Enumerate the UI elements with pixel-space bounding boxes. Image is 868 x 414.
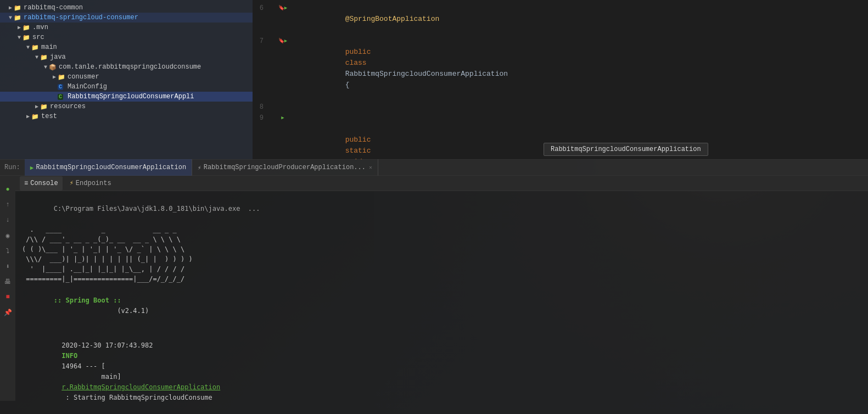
folder-icon: 📁 — [31, 44, 39, 51]
java-class-icon: C — [58, 84, 63, 90]
line-content: public class RabbitmqSpringcloudConsumer… — [294, 36, 868, 102]
tree-arrow: ▼ — [35, 54, 38, 60]
close-tab-button[interactable]: ✕ — [369, 164, 372, 171]
tooltip-text: RabbitmqSpringcloudConsumerApplication — [551, 146, 701, 153]
line-number: 8 — [253, 102, 272, 113]
line-gutter: ▶ — [272, 113, 294, 124]
import-button[interactable]: ⬇ — [2, 261, 13, 272]
class-name: RabbitmqSpringcloudConsumerApplication — [345, 70, 512, 78]
run-icon[interactable]: ▶ — [284, 36, 287, 47]
tree-item-mvn[interactable]: ▶ 📁 .mvn — [0, 23, 253, 32]
tree-item-main[interactable]: ▼ 📁 main — [0, 42, 253, 52]
tree-arrow: ▼ — [44, 64, 47, 70]
ascii-line-1: . ____ _ __ _ _ — [22, 225, 864, 234]
tree-label: com.tanle.rabbitmqspringcloudconsume — [59, 63, 201, 71]
keyword-class: class — [345, 59, 371, 67]
line-number: 9 — [253, 113, 272, 124]
tree-item-package[interactable]: ▼ 📦 com.tanle.rabbitmqspringcloudconsume — [0, 62, 253, 72]
console-cmd-line: C:\Program Files\Java\jdk1.8.0_181\bin\j… — [22, 193, 864, 225]
cmd-text: C:\Program Files\Java\jdk1.8.0_181\bin\j… — [54, 205, 260, 212]
tree-item-mainconfig[interactable]: ▶ C MainConfig — [0, 82, 253, 92]
run-tab-label: RabbitmqSpringcloudConsumerApplication — [36, 164, 186, 171]
tree-label: resources — [50, 103, 86, 110]
side-icons-panel: ● ↑ ↓ ◉ ⤵ ⬇ 🖶 ■ 📌 — [0, 181, 15, 401]
version-label: (v2.4.1) — [54, 307, 149, 315]
log-level: INFO — [61, 352, 81, 360]
scroll-up-button[interactable]: ↑ — [2, 199, 13, 210]
indent-space — [345, 125, 362, 133]
ascii-line-6: =========|_|===============|___/=/_/_/_/ — [22, 274, 864, 284]
tree-item-rabbitmq-common[interactable]: ▶ 📁 rabbitmq-common — [0, 3, 253, 13]
line-number: 6 — [253, 3, 272, 14]
package-icon: 📦 — [49, 64, 57, 71]
keyword-static: static — [345, 147, 376, 155]
tree-label: conusmer — [68, 73, 99, 81]
tree-item-resources[interactable]: ▶ 📁 resources — [0, 102, 253, 111]
ascii-line-3: ( ( )\___ | '_ | '_| | '_ \/ _` | \ \ \ … — [22, 244, 864, 254]
java-class-icon: C — [58, 94, 63, 100]
code-line-8: 8 — [253, 102, 868, 113]
brace: { — [345, 81, 350, 89]
run-label: Run: — [4, 164, 20, 171]
main-container: ▶ 📁 rabbitmq-common ▼ 📁 rabbitmq-springc… — [0, 0, 868, 414]
scroll-down-button[interactable]: ↓ — [2, 215, 13, 226]
tree-item-test[interactable]: ▶ 📁 test — [0, 111, 253, 121]
keyword-public: public — [345, 136, 376, 144]
run-icon[interactable]: ▶ — [284, 3, 287, 14]
log-line-1: 2020-12-30 17:07:43.982 INFO 14964 --- [… — [22, 330, 864, 413]
spring-boot-version-line: :: Spring Boot :: (v2.4.1) — [22, 285, 864, 327]
line-gutter: 🔖 ▶ — [272, 3, 294, 14]
folder-icon: 📁 — [23, 34, 30, 41]
tree-item-rabbitmq-app[interactable]: ▶ C RabbitmqSpringcloudConsumerAppli — [0, 92, 253, 102]
folder-icon: 📁 — [40, 103, 48, 110]
folder-icon: 📁 — [14, 4, 21, 12]
tree-arrow: ▶ — [18, 24, 21, 31]
code-line-7: 7 🔖 ▶ public class RabbitmqSpringcloudCo… — [253, 36, 868, 102]
ascii-line-2: /\\ / ___'_ __ _ _(_)_ __ __ _ \ \ \ \ — [22, 234, 864, 244]
tree-item-conusmer[interactable]: ▶ 📁 conusmer — [0, 72, 253, 82]
code-line-6: 6 🔖 ▶ @SpringBootApplication — [253, 3, 868, 36]
console-toolbar: ≡ Console ⚡ Endpoints — [0, 176, 868, 191]
file-tree: ▶ 📁 rabbitmq-common ▼ 📁 rabbitmq-springc… — [0, 0, 253, 159]
folder-icon: 📁 — [23, 24, 30, 31]
endpoints-tab[interactable]: ⚡ Endpoints — [65, 176, 116, 191]
tree-arrow: ▶ — [53, 74, 56, 80]
tree-arrow: ▼ — [26, 44, 30, 51]
endpoints-tab-icon: ⚡ — [70, 179, 74, 187]
run-tab-consumer[interactable]: ▶ RabbitmqSpringcloudConsumerApplication — [25, 159, 192, 176]
run-tab-label: RabbitmqSpringcloudProducerApplication..… — [204, 164, 366, 171]
tree-label: RabbitmqSpringcloudConsumerAppli — [68, 93, 194, 100]
code-lines: 6 🔖 ▶ @SpringBootApplication 7 🔖 ▶ — [253, 0, 868, 159]
spring-ascii-art: . ____ _ __ _ _ /\\ / ___'_ __ _ _(_)_ _… — [22, 225, 864, 284]
tree-arrow: ▼ — [18, 35, 21, 41]
tree-label: main — [41, 43, 57, 51]
line-content: @SpringBootApplication — [294, 3, 868, 36]
run-tab-producer[interactable]: ⚡ RabbitmqSpringcloudProducerApplication… — [192, 159, 378, 176]
log-thread: main] — [61, 373, 125, 381]
stop-button[interactable]: ■ — [2, 292, 13, 303]
pin-button[interactable]: 📌 — [2, 307, 13, 318]
log-pid: 14964 --- [ — [61, 362, 105, 370]
bookmark-icon: 🔖 — [278, 36, 284, 47]
ascii-line-4: \\\/ ___)| |_)| | | | | || (_| | ) ) ) ) — [22, 254, 864, 264]
log-message: : Starting RabbitmqSpringcloudConsume — [61, 394, 212, 401]
tooltip-popup: RabbitmqSpringcloudConsumerApplication — [544, 143, 708, 156]
spring-boot-label: :: Spring Boot :: — [54, 296, 121, 304]
editor-area: ▶ 📁 rabbitmq-common ▼ 📁 rabbitmq-springc… — [0, 0, 868, 159]
keyword-public: public — [345, 48, 376, 56]
tree-arrow: ▼ — [9, 15, 12, 21]
tree-item-java[interactable]: ▼ 📁 java — [0, 52, 253, 62]
tree-item-src[interactable]: ▼ 📁 src — [0, 32, 253, 42]
tree-label: .mvn — [32, 24, 48, 31]
run-icon[interactable]: ▶ — [281, 113, 284, 124]
console-tab[interactable]: ≡ Console — [20, 176, 63, 191]
line-gutter: 🔖 ▶ — [272, 36, 294, 47]
print-button[interactable]: 🖶 — [2, 276, 13, 287]
folder-icon: 📁 — [58, 74, 65, 81]
annotation: @SpringBootApplication — [345, 15, 440, 23]
wrap-button[interactable]: ⤵ — [2, 245, 13, 256]
tree-item-consumer-root[interactable]: ▼ 📁 rabbitmq-springcloud-consumer — [0, 13, 253, 23]
camera-button[interactable]: ◉ — [2, 230, 13, 241]
tree-label: test — [41, 113, 57, 120]
run-tab-icon-producer: ⚡ — [198, 164, 201, 171]
